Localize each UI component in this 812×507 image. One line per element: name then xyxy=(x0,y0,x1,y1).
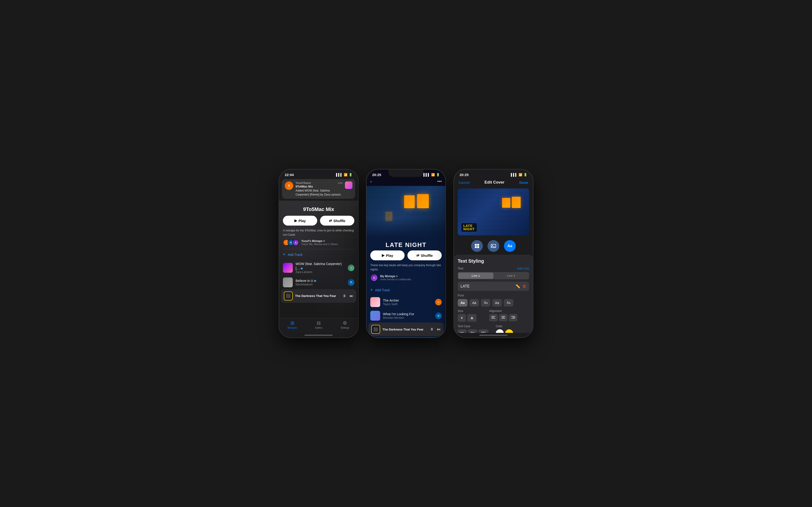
line1-tab[interactable]: Line 1 xyxy=(458,273,493,279)
size-large-btn[interactable]: A xyxy=(467,314,476,322)
tc-lowercase-btn[interactable]: abc xyxy=(458,329,467,333)
track-artist-2-1: Taylor Swift xyxy=(383,302,432,306)
cover-logo: LATE NIGHT xyxy=(461,223,477,232)
tc-uppercase-btn[interactable]: ABC xyxy=(478,329,489,333)
tc-titlecase-btn[interactable]: Abc xyxy=(468,329,477,333)
align-left-btn[interactable] xyxy=(489,314,498,321)
track-item-2-2[interactable]: What I'm Looking For Brendan Benson M xyxy=(366,309,446,323)
add-track-row-2[interactable]: + Add Track xyxy=(366,285,446,295)
font-options: Aa Aa Aa Aa Aa xyxy=(458,299,529,306)
tab-settings-1[interactable]: ⚙ Settings xyxy=(332,320,358,329)
status-time-3: 20:25 xyxy=(460,173,468,177)
invite-text-2: Invite friends to collaborate. xyxy=(380,278,442,281)
now-playing-2[interactable]: ⬛ The Darkness That You Fear ⏸ ⏭ xyxy=(368,323,444,336)
track-item-2[interactable]: Believe in U Machinedrum M xyxy=(279,276,358,289)
notification-card[interactable]: Y Yusuf Dayes now 9To5Mac Mix Added WOW … xyxy=(282,179,355,199)
delete-text-btn[interactable]: 🗑 xyxy=(522,284,526,288)
track-name-2-1: The Archer xyxy=(383,298,432,302)
text-styling-panel: Text Styling Text Add Line Line 1 Line 2… xyxy=(454,255,533,333)
tab-bar-2: ⊞ Mixtapes ⊟ Gallery ⚙ Settings xyxy=(366,337,446,338)
font-opt-5[interactable]: Aa xyxy=(504,299,513,306)
track-art-1 xyxy=(283,263,293,273)
np-pause-btn-2[interactable]: ⏸ xyxy=(430,327,434,331)
playlist-title-2: LATE NIGHT xyxy=(366,237,446,250)
font-opt-4[interactable]: Aa xyxy=(492,299,502,306)
text-input-value: LATE xyxy=(460,284,514,288)
tab-mixtapes-1[interactable]: ⊞ Mixtapes xyxy=(279,320,305,329)
collab-row-1[interactable]: Y M A Yusuf's Mixtape > Yusuf, Me, Aless… xyxy=(283,239,354,246)
track-name-2-2: What I'm Looking For xyxy=(383,312,432,316)
home-bar-3 xyxy=(479,335,507,336)
align-left-icon xyxy=(492,316,495,319)
np-pause-btn-1[interactable]: ⏸ xyxy=(343,294,346,298)
add-icon-2: + xyxy=(370,288,373,292)
more-button-2[interactable]: ••• xyxy=(437,179,442,184)
home-indicator-1 xyxy=(279,333,358,338)
collab-row-2[interactable]: M My Mixtape > Invite friends to collabo… xyxy=(370,274,442,281)
add-track-label-1: Add Track xyxy=(288,253,303,257)
font-opt-1[interactable]: Aa xyxy=(458,299,467,306)
edit-text-btn[interactable]: ✏️ xyxy=(515,284,520,288)
photo-tool-btn[interactable] xyxy=(488,240,499,252)
align-right-btn[interactable] xyxy=(509,314,517,321)
font-opt-2[interactable]: Aa xyxy=(469,299,479,306)
collab-avatars-1: Y M A xyxy=(283,239,299,246)
add-track-row-1[interactable]: + Add Track xyxy=(279,249,358,260)
status-icons-1: ▌▌▌ 📶 🔋 xyxy=(336,173,352,176)
action-buttons-1: ▶ Play ⇄ Shuffle xyxy=(283,216,354,226)
phones-container: 22:04 ▌▌▌ 📶 🔋 Y Yusuf Dayes now 9To5Mac … xyxy=(278,169,534,338)
svg-rect-1 xyxy=(477,244,479,246)
color-swatch-yellow[interactable] xyxy=(505,329,513,333)
track-art-2-2 xyxy=(370,311,380,321)
np-next-btn-2[interactable]: ⏭ xyxy=(437,327,441,331)
cover-window-2 xyxy=(512,197,521,208)
track-artist-1: Zara Larsson xyxy=(296,270,345,274)
text-tool-btn[interactable]: Aa xyxy=(504,240,516,252)
line-tabs: Line 1 Line 2 xyxy=(458,272,529,279)
text-section-label: Text xyxy=(458,267,463,270)
text-input-icons: ✏️ 🗑 xyxy=(515,284,526,288)
font-opt-3[interactable]: Aa xyxy=(481,299,490,306)
back-button-2[interactable]: ‹ xyxy=(370,179,372,184)
cancel-button-3[interactable]: Cancel xyxy=(459,180,470,184)
play-button-2[interactable]: ▶ Play xyxy=(370,250,405,260)
play-button-1[interactable]: ▶ Play xyxy=(283,216,317,226)
tab-bar-1: ⊞ Mixtapes ⊟ Gallery ⚙ Settings xyxy=(279,318,358,333)
photo-icon xyxy=(491,243,496,249)
track-item-1[interactable]: WOW (feat. Sabrina Carpenter) [… Zara La… xyxy=(279,260,358,275)
shuffle-icon-2: ⇄ xyxy=(416,253,419,258)
phone2-header: ‹ ••• xyxy=(366,178,446,186)
window-1 xyxy=(404,195,415,208)
tab-gallery-1[interactable]: ⊟ Gallery xyxy=(305,320,332,329)
tab-label-settings-1: Settings xyxy=(341,327,349,329)
now-playing-1[interactable]: ⬛ The Darkness That You Fear ⏸ ⏭ xyxy=(281,289,356,303)
signal-icon-2: ▌▌▌ xyxy=(423,173,430,176)
phone-2: 20:25 ▌▌▌ 📶 🔋 ‹ ••• xyxy=(366,169,446,338)
color-label: Color xyxy=(496,325,529,328)
collab-av-2-1: M xyxy=(370,274,378,281)
status-bar-2: 20:25 ▌▌▌ 📶 🔋 xyxy=(366,169,446,178)
shuffle-button-1[interactable]: ⇄ Shuffle xyxy=(320,216,354,226)
svg-rect-3 xyxy=(477,246,479,248)
phone3-screen: 20:25 ▌▌▌ 📶 🔋 Cancel Edit Cover Done xyxy=(454,169,533,338)
track-art-2 xyxy=(283,277,293,287)
track-artist-2-2: Brendan Benson xyxy=(383,316,432,320)
color-swatch-white[interactable] xyxy=(496,329,504,333)
size-small-btn[interactable]: A xyxy=(458,314,466,322)
layers-tool-btn[interactable] xyxy=(471,240,483,252)
track-item-2-1[interactable]: The Archer Taylor Swift U xyxy=(366,295,446,309)
done-button-3[interactable]: Done xyxy=(519,180,528,184)
line2-tab[interactable]: Line 2 xyxy=(493,273,529,279)
np-info-1: The Darkness That You Fear xyxy=(295,294,340,298)
shuffle-button-2[interactable]: ⇄ Shuffle xyxy=(407,250,442,260)
color-section: Color xyxy=(496,325,529,333)
align-center-btn[interactable] xyxy=(499,314,507,321)
np-next-btn-1[interactable]: ⏭ xyxy=(350,294,353,298)
size-btns: A A xyxy=(458,314,485,322)
tab-label-gallery-1: Gallery xyxy=(315,327,322,329)
align-right-icon xyxy=(511,316,515,319)
wifi-icon-3: 📶 xyxy=(518,173,522,176)
tool-row: Aa xyxy=(454,237,533,255)
add-line-button[interactable]: Add Line xyxy=(517,267,529,270)
layers-icon xyxy=(474,243,480,249)
